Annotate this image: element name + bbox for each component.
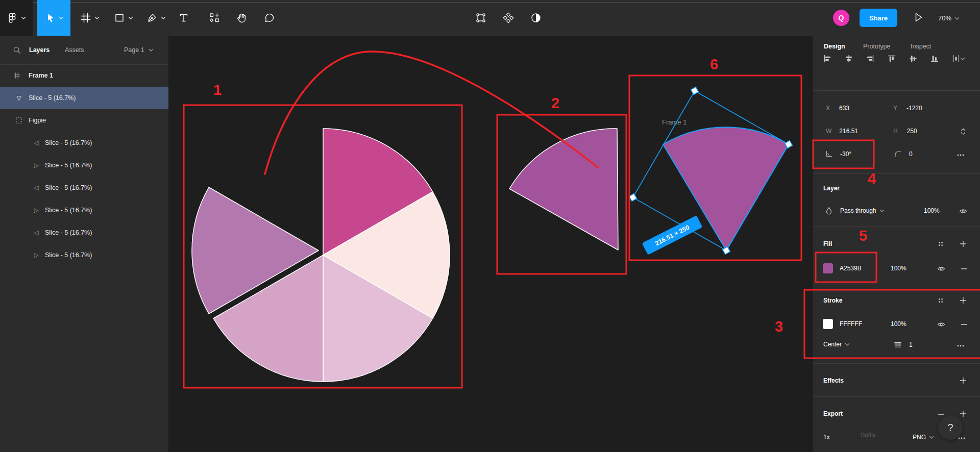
mask[interactable]	[525, 0, 547, 36]
layer-row[interactable]: Frame 1	[0, 64, 168, 87]
top-toolbar: Q Share 70%	[0, 0, 980, 36]
fill-color-swatch[interactable]	[823, 263, 833, 273]
align-h-center-icon[interactable]	[845, 55, 853, 63]
tab-design[interactable]: Design	[824, 43, 845, 50]
align-right-icon[interactable]	[866, 55, 874, 63]
align-top-icon[interactable]	[888, 55, 896, 63]
design-panel: Design Prototype Inspect X 633 Y -1220 W…	[813, 36, 980, 452]
wedge-left-icon: ◁	[32, 183, 41, 192]
layer-row[interactable]: Figpie	[0, 109, 168, 132]
align-v-center-icon[interactable]	[909, 55, 917, 63]
components[interactable]	[497, 0, 520, 36]
stroke-align-select[interactable]: Center	[823, 341, 850, 348]
visibility-eye-icon[interactable]	[937, 265, 945, 273]
hand-tool[interactable]	[230, 0, 253, 36]
x-value: 633	[839, 105, 849, 112]
fill-hex[interactable]: A2539B	[840, 265, 862, 272]
effects-section-title: Effects	[823, 377, 844, 384]
remove-stroke-icon[interactable]	[960, 320, 968, 329]
search-icon[interactable]	[13, 36, 21, 64]
present-button[interactable]	[906, 0, 929, 36]
rotation-field[interactable]: -30°	[825, 150, 851, 158]
layer-row[interactable]: ◁Slice - 5 (16.7%)	[0, 177, 168, 199]
frame-hash-icon	[12, 71, 21, 80]
stroke-color-swatch[interactable]	[823, 319, 833, 329]
height-field[interactable]: H 250	[893, 128, 917, 135]
actions-icon	[209, 12, 220, 23]
frame-tool[interactable]	[74, 0, 106, 36]
add-fill-icon[interactable]	[959, 240, 967, 248]
export-scale[interactable]: 1x	[823, 434, 830, 441]
layer-row-label: Slice - 5 (16.7%)	[45, 139, 92, 146]
stroke-color-row[interactable]: FFFFFF	[823, 319, 862, 329]
distribute-icon[interactable]	[952, 55, 965, 63]
main-menu[interactable]	[0, 0, 33, 36]
add-export-icon[interactable]	[959, 410, 967, 418]
fill-opacity[interactable]: 100%	[891, 265, 906, 272]
tab-layers[interactable]: Layers	[29, 36, 50, 64]
add-effect-icon[interactable]	[959, 376, 967, 385]
edit-object[interactable]	[470, 0, 492, 36]
stroke-weight-field[interactable]: 1	[894, 341, 913, 349]
actions-tool[interactable]	[203, 0, 226, 36]
comment-icon	[264, 12, 275, 23]
tab-inspect[interactable]: Inspect	[911, 43, 931, 50]
corner-radius-field[interactable]: 0	[894, 150, 913, 158]
blend-mode-select[interactable]: Pass through	[825, 207, 885, 215]
more-options-icon[interactable]	[957, 342, 965, 350]
stroke-opacity[interactable]: 100%	[891, 320, 906, 328]
canvas[interactable]	[168, 36, 813, 452]
rectangle-icon	[114, 12, 125, 23]
y-value: -1220	[906, 105, 922, 112]
comment-tool[interactable]	[258, 0, 281, 36]
layer-row-selected[interactable]: ▽Slice - 5 (16.7%)	[0, 87, 168, 109]
x-field[interactable]: X 633	[826, 105, 849, 112]
layers-panel: Layers Assets Page 1 Frame 1▽Slice - 5 (…	[0, 36, 168, 452]
stroke-section-title: Stroke	[823, 297, 842, 304]
layer-row[interactable]: ◁Slice - 5 (16.7%)	[0, 221, 168, 244]
y-label: Y	[893, 105, 897, 112]
x-label: X	[826, 105, 830, 112]
fill-color-row[interactable]: A2539B	[823, 263, 862, 273]
h-value: 250	[907, 128, 917, 135]
visibility-eye-icon[interactable]	[937, 320, 945, 329]
pen-tool[interactable]	[140, 0, 173, 36]
chevron-down-icon	[845, 343, 850, 346]
move-tool[interactable]	[37, 0, 70, 36]
styles-icon[interactable]	[937, 297, 944, 304]
width-field[interactable]: W 216.51	[826, 128, 858, 135]
layer-row[interactable]: ▷Slice - 5 (16.7%)	[0, 154, 168, 177]
visibility-eye-icon[interactable]	[959, 207, 967, 215]
layer-row[interactable]: ◁Slice - 5 (16.7%)	[0, 132, 168, 154]
export-section-title: Export	[823, 410, 843, 417]
tab-prototype[interactable]: Prototype	[863, 43, 891, 50]
help-button[interactable]: ?	[938, 415, 963, 440]
avatar[interactable]: Q	[833, 10, 849, 26]
share-button[interactable]: Share	[860, 9, 897, 27]
export-suffix-input[interactable]	[860, 431, 905, 440]
move-cursor-icon	[44, 12, 56, 23]
layer-row-label: Slice - 5 (16.7%)	[45, 252, 92, 259]
shape-tool[interactable]	[107, 0, 140, 36]
layer-row[interactable]: ▷Slice - 5 (16.7%)	[0, 199, 168, 221]
zoom-menu[interactable]: 70%	[938, 0, 960, 36]
constrain-proportions-icon[interactable]	[959, 128, 967, 136]
chevron-down-icon	[149, 48, 154, 52]
layer-opacity[interactable]: 100%	[924, 207, 940, 214]
y-field[interactable]: Y -1220	[893, 105, 922, 112]
page-selector[interactable]: Page 1	[124, 36, 154, 64]
layer-row-label: Frame 1	[29, 72, 53, 79]
align-bottom-icon[interactable]	[930, 55, 939, 63]
wedge-right-icon: ▷	[32, 161, 41, 170]
tab-assets[interactable]: Assets	[65, 36, 84, 64]
chevron-down-icon	[128, 16, 133, 20]
more-options-icon[interactable]	[957, 151, 965, 159]
remove-fill-icon[interactable]	[960, 265, 968, 273]
text-tool[interactable]	[173, 0, 195, 36]
export-format-select[interactable]: PNG	[913, 434, 934, 441]
stroke-hex[interactable]: FFFFFF	[840, 320, 862, 328]
layer-row[interactable]: ▷Slice - 5 (16.7%)	[0, 244, 168, 266]
styles-icon[interactable]	[937, 240, 944, 247]
align-left-icon[interactable]	[823, 55, 831, 63]
add-stroke-icon[interactable]	[959, 296, 967, 305]
